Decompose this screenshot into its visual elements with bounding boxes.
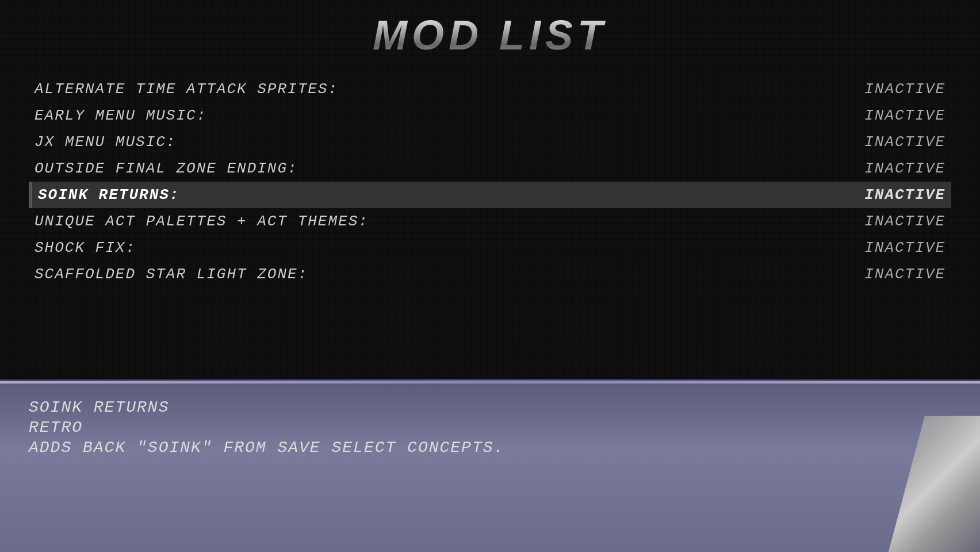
mod-status: INACTIVE bbox=[864, 80, 945, 98]
title-area: MOD LIST bbox=[0, 0, 980, 76]
bottom-panel: SOINK RETURNS RETRO ADDS BACK "SOINK" FR… bbox=[0, 381, 980, 552]
mod-name: SOINK RETURNS: bbox=[38, 186, 179, 204]
mod-row[interactable]: JX MENU MUSIC:INACTIVE bbox=[29, 129, 951, 155]
mod-name: SHOCK FIX: bbox=[35, 239, 136, 256]
mod-status: INACTIVE bbox=[864, 160, 945, 177]
mod-row[interactable]: ALTERNATE TIME ATTACK SPRITES:INACTIVE bbox=[29, 76, 951, 102]
mod-row[interactable]: SCAFFOLDED STAR LIGHT ZONE:INACTIVE bbox=[29, 261, 951, 288]
main-area: MOD LIST ALTERNATE TIME ATTACK SPRITES:I… bbox=[0, 0, 980, 379]
mod-name: JX MENU MUSIC: bbox=[35, 133, 176, 151]
bottom-mod-subtitle: RETRO bbox=[29, 419, 951, 436]
mod-name: ALTERNATE TIME ATTACK SPRITES: bbox=[35, 80, 338, 98]
mod-list: ALTERNATE TIME ATTACK SPRITES:INACTIVEEA… bbox=[0, 76, 980, 288]
page-title: MOD LIST bbox=[373, 12, 607, 59]
mod-name: UNIQUE ACT PALETTES + ACT THEMES: bbox=[35, 213, 369, 230]
mod-name: OUTSIDE FINAL ZONE ENDING: bbox=[35, 160, 298, 177]
mod-row[interactable]: OUTSIDE FINAL ZONE ENDING:INACTIVE bbox=[29, 155, 951, 182]
mod-status: INACTIVE bbox=[864, 186, 945, 204]
mod-status: INACTIVE bbox=[864, 213, 945, 230]
bottom-mod-description: ADDS BACK "SOINK" FROM SAVE SELECT CONCE… bbox=[29, 439, 951, 457]
mod-name: SCAFFOLDED STAR LIGHT ZONE: bbox=[35, 266, 308, 283]
mod-status: INACTIVE bbox=[864, 266, 945, 283]
bottom-mod-title: SOINK RETURNS bbox=[29, 398, 951, 416]
mod-row[interactable]: UNIQUE ACT PALETTES + ACT THEMES:INACTIV… bbox=[29, 208, 951, 235]
mod-status: INACTIVE bbox=[864, 107, 945, 124]
bottom-info: SOINK RETURNS RETRO ADDS BACK "SOINK" FR… bbox=[29, 398, 951, 457]
mod-status: INACTIVE bbox=[864, 133, 945, 151]
mod-row[interactable]: SHOCK FIX:INACTIVE bbox=[29, 235, 951, 261]
mod-name: EARLY MENU MUSIC: bbox=[35, 107, 206, 124]
mod-status: INACTIVE bbox=[864, 239, 945, 256]
mod-row[interactable]: EARLY MENU MUSIC:INACTIVE bbox=[29, 102, 951, 129]
mod-row[interactable]: SOINK RETURNS:INACTIVE bbox=[29, 182, 951, 208]
